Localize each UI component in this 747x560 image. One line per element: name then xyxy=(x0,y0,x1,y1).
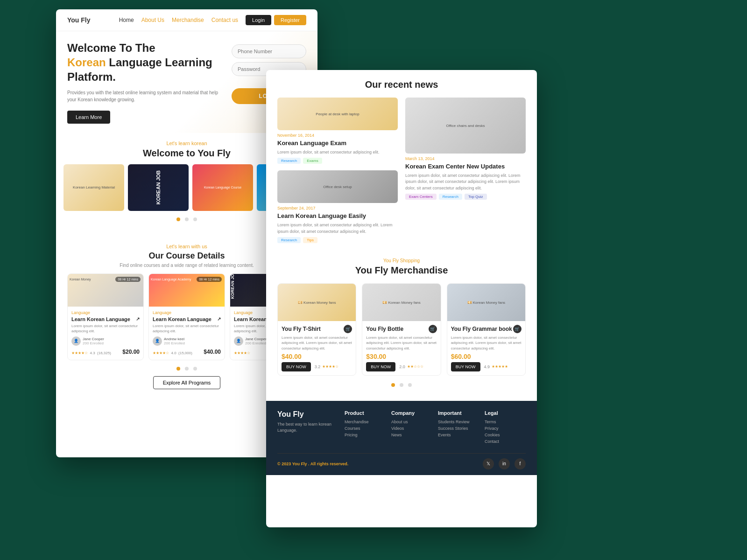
course-desc-2: Lorem ipsum dolor, sit amet consectetur … xyxy=(153,323,221,334)
footer-contact[interactable]: Contact xyxy=(485,439,526,444)
merch-dot-3[interactable] xyxy=(408,383,412,387)
course-card-2: 08 Hr 12 mins Korean Language Academy La… xyxy=(148,273,225,360)
author-name-3: Jane Cooper xyxy=(245,337,267,341)
course-dot-3[interactable] xyxy=(193,367,197,371)
news-item-2: Office desk setup September 24, 2017 Lea… xyxy=(277,170,398,243)
footer-privacy[interactable]: Privacy xyxy=(485,426,526,431)
merch-body-1: You Fly T-Shirt 🛒 Lorem ipsum dolor, sit… xyxy=(278,321,356,375)
dot-2[interactable] xyxy=(185,217,189,221)
news-item-title-1: Korean Language Exam xyxy=(277,140,398,147)
enrolled-3: 200 Enrolled xyxy=(245,341,267,345)
news-tags-1: Research Exams xyxy=(277,158,398,164)
footer-brand-col: You Fly The best way to learn korean Lan… xyxy=(277,410,339,446)
course-badge-2: 08 Hr 12 mins xyxy=(197,277,222,282)
merch-title: You Fly Merchandise xyxy=(277,265,526,276)
register-button[interactable]: Register xyxy=(274,15,306,25)
login-button[interactable]: Login xyxy=(246,15,271,25)
course-dot-1[interactable] xyxy=(176,367,180,371)
tag-topquiz[interactable]: Top Quiz xyxy=(465,194,487,200)
merch-actions-2: BUY NOW 2.0 ★★☆☆☆ xyxy=(366,362,437,371)
news-item-title-2: Learn Korean Language Easily xyxy=(277,212,398,220)
learn-more-button[interactable]: Learn More xyxy=(67,111,110,124)
nav-about[interactable]: About Us xyxy=(141,17,164,23)
footer-cookies[interactable]: Cookies xyxy=(485,433,526,437)
merch-img-1: 💴 Korean Money fans xyxy=(278,284,356,321)
buy-btn-1[interactable]: BUY NOW xyxy=(282,362,311,371)
tag-research-large[interactable]: Research xyxy=(439,194,462,200)
footer-news[interactable]: News xyxy=(391,433,432,437)
phone-input[interactable] xyxy=(232,44,306,58)
tag-research-2[interactable]: Research xyxy=(277,237,301,243)
twitter-icon[interactable]: 𝕏 xyxy=(483,458,494,469)
news-item-desc-1: Lorem ipsum dolor, sit amet consectetur … xyxy=(277,149,398,156)
tag-exams-1[interactable]: Exams xyxy=(303,158,322,164)
merch-name-1: You Fly T-Shirt 🛒 xyxy=(282,325,352,333)
tag-examcenters[interactable]: Exam Centers xyxy=(405,194,437,200)
course-card-1: 08 Hr 12 mins Korean Money Language Lear… xyxy=(67,273,144,360)
merch-img-3: 💴 Korean Money fans xyxy=(447,284,525,321)
merch-tagline: You Fly Shopping xyxy=(277,258,526,263)
facebook-icon[interactable]: f xyxy=(514,458,526,469)
news-item-desc-2: Lorem ipsum dolor, sit amet consectetur … xyxy=(277,222,398,235)
footer-students-review[interactable]: Students Review xyxy=(438,420,479,424)
logo: You Fly xyxy=(67,16,91,24)
merch-price-2: $30.00 xyxy=(366,353,437,360)
merch-cards: 💴 Korean Money fans You Fly T-Shirt 🛒 Lo… xyxy=(277,283,526,376)
footer-events[interactable]: Events xyxy=(438,433,479,437)
news-left-col: People at desk with laptop November 16, … xyxy=(277,98,398,243)
nav-home[interactable]: Home xyxy=(119,17,134,23)
tag-research-1[interactable]: Research xyxy=(277,158,301,164)
merch-section: You Fly Shopping You Fly Merchandise 💴 K… xyxy=(266,251,537,401)
nav-contact[interactable]: Contact us xyxy=(211,17,238,23)
merch-dot-2[interactable] xyxy=(400,383,403,387)
footer-about[interactable]: About us xyxy=(391,420,432,424)
merch-desc-3: Lorem ipsum dolor, sit amet consectetur … xyxy=(451,335,521,351)
news-img-large: Office chairs and desks xyxy=(405,98,526,154)
footer-tagline: The best way to learn korean Language. xyxy=(277,421,339,434)
price-1: $20.00 xyxy=(122,349,140,355)
cart-icon-3[interactable]: 🛒 xyxy=(513,325,521,333)
footer-pricing[interactable]: Pricing xyxy=(345,433,386,437)
hero-highlight: Korean xyxy=(67,56,106,69)
merch-card-3: 💴 Korean Money fans You Fly Grammar book… xyxy=(447,283,526,376)
footer-terms[interactable]: Terms xyxy=(485,420,526,424)
hero-text: Welcome To The Korean Language Learning … xyxy=(67,41,232,124)
footer-copyright: © 2023 You Fly . All rights reserved. xyxy=(277,462,348,466)
enrolled-1: 200 Enrolled xyxy=(83,341,104,345)
course-dot-2[interactable] xyxy=(185,367,189,371)
author-info-1: Jane Cooper 200 Enrolled xyxy=(83,337,104,345)
footer-courses[interactable]: Courses xyxy=(345,426,386,431)
news-title: Our recent news xyxy=(277,79,526,90)
price-2: $40.00 xyxy=(204,349,221,355)
linkedin-icon[interactable]: in xyxy=(499,458,510,469)
merch-dot-1[interactable] xyxy=(391,383,395,387)
footer-col-company: Company About us Videos News xyxy=(391,410,432,446)
dot-1[interactable] xyxy=(176,217,180,221)
news-tags-2: Research Tips xyxy=(277,237,398,243)
footer-col-product: Product Merchandise Courses Pricing xyxy=(345,410,386,446)
merch-price-3: $60.00 xyxy=(451,353,521,360)
dot-3[interactable] xyxy=(193,217,197,221)
course-img-2: 08 Hr 12 mins Korean Language Academy xyxy=(149,274,225,307)
footer-success-stories[interactable]: Success Stories xyxy=(438,426,479,431)
course-meta-2: 👤 Andrew keel 200 Enrolled xyxy=(153,336,221,346)
course-body-2: Language Learn Korean Language ↗ Lorem i… xyxy=(149,307,225,360)
explore-button[interactable]: Explore All Programs xyxy=(153,376,221,389)
footer-videos[interactable]: Videos xyxy=(391,426,432,431)
buy-btn-2[interactable]: BUY NOW xyxy=(366,362,395,371)
tag-tips-2[interactable]: Tips xyxy=(303,237,317,243)
footer-company-title: Company xyxy=(391,410,432,416)
news-container: People at desk with laptop November 16, … xyxy=(277,98,526,243)
cart-icon-2[interactable]: 🛒 xyxy=(429,325,437,333)
merch-img-2: 💴 Korean Money fans xyxy=(362,284,440,321)
news-img-2: Office desk setup xyxy=(277,170,398,203)
cart-icon-1[interactable]: 🛒 xyxy=(344,325,352,333)
course-body-1: Language Learn Korean Language ↗ Lorem i… xyxy=(68,307,143,360)
footer-product-title: Product xyxy=(345,410,386,416)
footer-merchandise[interactable]: Merchandise xyxy=(345,420,386,424)
news-date-large: March 13, 2014 xyxy=(405,156,526,161)
merch-rating-1: 3.2 ★★★★☆ xyxy=(315,364,339,369)
buy-btn-3[interactable]: BUY NOW xyxy=(451,362,480,371)
nav-merchandise[interactable]: Merchandise xyxy=(172,17,204,23)
hero-desc: Provides you with the latest online lear… xyxy=(67,89,224,103)
